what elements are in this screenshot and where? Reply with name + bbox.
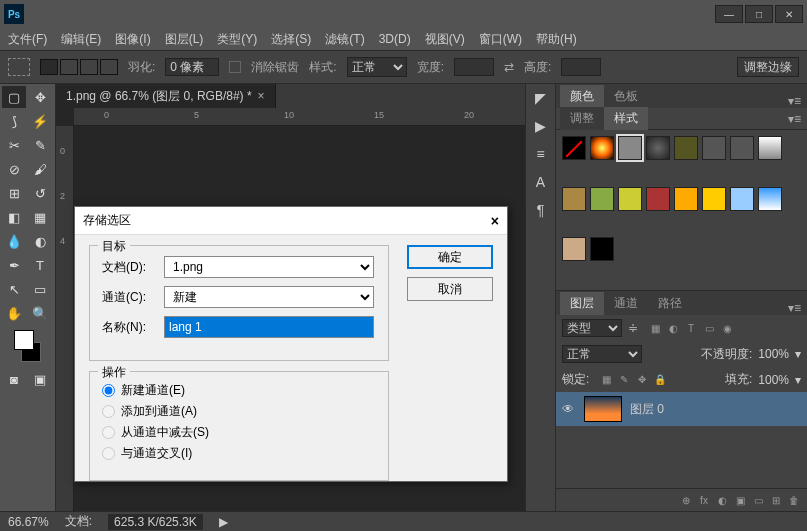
menu-view[interactable]: 视图(V) bbox=[425, 31, 465, 48]
style-swatch[interactable] bbox=[590, 237, 614, 261]
refine-edge-button[interactable]: 调整边缘 bbox=[737, 57, 799, 77]
menu-window[interactable]: 窗口(W) bbox=[479, 31, 522, 48]
style-select[interactable]: 正常 bbox=[347, 57, 407, 77]
play-icon[interactable]: ▶ bbox=[535, 118, 546, 134]
style-swatch[interactable] bbox=[674, 136, 698, 160]
shape-tool[interactable]: ▭ bbox=[28, 278, 52, 300]
selection-mode-icons[interactable] bbox=[40, 59, 118, 75]
layer-name[interactable]: 图层 0 bbox=[630, 401, 664, 418]
swap-icon[interactable]: ⇄ bbox=[504, 60, 514, 74]
menu-select[interactable]: 选择(S) bbox=[271, 31, 311, 48]
brush-tool[interactable]: 🖌 bbox=[28, 158, 52, 180]
layers-footer-icons[interactable]: ⊕fx◐▣▭⊞🗑 bbox=[679, 493, 801, 507]
style-swatch[interactable] bbox=[702, 136, 726, 160]
subtab-adjust[interactable]: 调整 bbox=[560, 107, 604, 130]
style-swatch[interactable] bbox=[674, 187, 698, 211]
layer-filter-icons[interactable]: ▦◐T▭◉ bbox=[648, 321, 734, 335]
paragraph-icon[interactable]: ≡ bbox=[536, 146, 544, 162]
heal-tool[interactable]: ⊘ bbox=[2, 158, 26, 180]
menu-layer[interactable]: 图层(L) bbox=[165, 31, 204, 48]
doc-tab-close[interactable]: × bbox=[258, 89, 265, 103]
op-new-channel[interactable]: 新建通道(E) bbox=[102, 382, 376, 399]
tab-paths[interactable]: 路径 bbox=[648, 292, 692, 315]
style-swatch[interactable] bbox=[590, 136, 614, 160]
name-input[interactable] bbox=[164, 316, 374, 338]
style-swatch[interactable] bbox=[730, 187, 754, 211]
menu-filter[interactable]: 滤镜(T) bbox=[325, 31, 364, 48]
blend-mode-select[interactable]: 正常 bbox=[562, 345, 642, 363]
ok-button[interactable]: 确定 bbox=[407, 245, 493, 269]
cancel-button[interactable]: 取消 bbox=[407, 277, 493, 301]
style-swatch[interactable] bbox=[618, 187, 642, 211]
menu-type[interactable]: 类型(Y) bbox=[217, 31, 257, 48]
style-swatch[interactable] bbox=[590, 187, 614, 211]
menu-file[interactable]: 文件(F) bbox=[8, 31, 47, 48]
style-swatch[interactable] bbox=[618, 136, 642, 160]
doc-tab[interactable]: 1.png @ 66.7% (图层 0, RGB/8#) * × bbox=[56, 84, 276, 108]
lasso-tool[interactable]: ⟆ bbox=[2, 110, 26, 132]
dialog-titlebar[interactable]: 存储选区 × bbox=[75, 207, 507, 235]
layer-kind-select[interactable]: 类型 bbox=[562, 319, 622, 337]
document-select[interactable]: 1.png bbox=[164, 256, 374, 278]
dodge-tool[interactable]: ◐ bbox=[28, 230, 52, 252]
blur-tool[interactable]: 💧 bbox=[2, 230, 26, 252]
history-brush-tool[interactable]: ↺ bbox=[28, 182, 52, 204]
menu-help[interactable]: 帮助(H) bbox=[536, 31, 577, 48]
lock-icons[interactable]: ▦✎✥🔒 bbox=[599, 373, 667, 387]
gradient-tool[interactable]: ▦ bbox=[28, 206, 52, 228]
tab-color[interactable]: 颜色 bbox=[560, 85, 604, 108]
tab-layers[interactable]: 图层 bbox=[560, 292, 604, 315]
screenmode-tool[interactable]: ▣ bbox=[28, 368, 52, 390]
hand-tool[interactable]: ✋ bbox=[2, 302, 26, 324]
collapse-icon[interactable]: ◤ bbox=[535, 90, 546, 106]
style-swatch[interactable] bbox=[730, 136, 754, 160]
color-swatches[interactable] bbox=[14, 330, 41, 362]
subtab-styles[interactable]: 样式 bbox=[604, 107, 648, 130]
style-swatch[interactable] bbox=[562, 187, 586, 211]
wand-tool[interactable]: ⚡ bbox=[28, 110, 52, 132]
tab-swatches[interactable]: 色板 bbox=[604, 85, 648, 108]
eyedropper-tool[interactable]: ✎ bbox=[28, 134, 52, 156]
glyph-icon[interactable]: ¶ bbox=[537, 202, 545, 218]
eraser-tool[interactable]: ◧ bbox=[2, 206, 26, 228]
stamp-tool[interactable]: ⊞ bbox=[2, 182, 26, 204]
layer-row[interactable]: 👁 图层 0 bbox=[556, 392, 807, 426]
feather-input[interactable] bbox=[165, 58, 219, 76]
opacity-value[interactable]: 100% bbox=[758, 347, 789, 361]
style-swatch[interactable] bbox=[646, 187, 670, 211]
crop-tool[interactable]: ✂ bbox=[2, 134, 26, 156]
minimize-button[interactable]: — bbox=[715, 5, 743, 23]
panel-submenu-icon[interactable]: ▾≡ bbox=[782, 112, 807, 126]
style-swatch[interactable] bbox=[702, 187, 726, 211]
type-tool[interactable]: T bbox=[28, 254, 52, 276]
maximize-button[interactable]: □ bbox=[745, 5, 773, 23]
style-swatch[interactable] bbox=[646, 136, 670, 160]
move-tool[interactable]: ✥ bbox=[28, 86, 52, 108]
style-swatch[interactable] bbox=[562, 237, 586, 261]
zoom-tool[interactable]: 🔍 bbox=[28, 302, 52, 324]
path-tool[interactable]: ↖ bbox=[2, 278, 26, 300]
quickmask-tool[interactable]: ◙ bbox=[2, 368, 26, 390]
pen-tool[interactable]: ✒ bbox=[2, 254, 26, 276]
menu-image[interactable]: 图像(I) bbox=[115, 31, 150, 48]
marquee-tool[interactable]: ▢ bbox=[2, 86, 26, 108]
antialias-checkbox[interactable] bbox=[229, 61, 241, 73]
width-input[interactable] bbox=[454, 58, 494, 76]
fill-value[interactable]: 100% bbox=[758, 373, 789, 387]
style-swatch[interactable] bbox=[758, 136, 782, 160]
style-swatch[interactable] bbox=[562, 136, 586, 160]
height-input[interactable] bbox=[561, 58, 601, 76]
menu-edit[interactable]: 编辑(E) bbox=[61, 31, 101, 48]
radio-new[interactable] bbox=[102, 384, 115, 397]
dialog-close-icon[interactable]: × bbox=[491, 213, 499, 229]
menu-3d[interactable]: 3D(D) bbox=[379, 32, 411, 46]
status-chevron-icon[interactable]: ▶ bbox=[219, 515, 228, 529]
style-swatch[interactable] bbox=[758, 187, 782, 211]
marquee-tool-icon[interactable] bbox=[8, 58, 30, 76]
layers-menu-icon[interactable]: ▾≡ bbox=[782, 301, 807, 315]
panel-menu-icon[interactable]: ▾≡ bbox=[782, 94, 807, 108]
close-button[interactable]: ✕ bbox=[775, 5, 803, 23]
channel-select[interactable]: 新建 bbox=[164, 286, 374, 308]
visibility-icon[interactable]: 👁 bbox=[562, 402, 576, 416]
zoom-level[interactable]: 66.67% bbox=[8, 515, 49, 529]
